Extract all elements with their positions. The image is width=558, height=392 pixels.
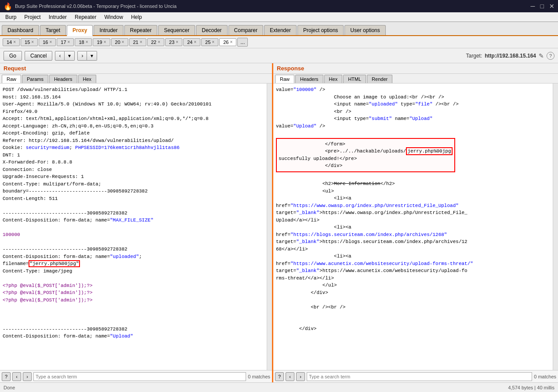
window-controls[interactable]: ─ □ ✕ — [531, 3, 554, 10]
nav-prev-drop-button[interactable]: ▾ — [65, 51, 75, 61]
subtab-15[interactable]: 15 × — [21, 38, 38, 46]
close-icon-18[interactable]: × — [86, 40, 88, 44]
subtab-24[interactable]: 24 × — [183, 38, 200, 46]
go-button[interactable]: Go — [4, 51, 22, 61]
nav-next-group: › ▾ — [77, 51, 97, 61]
subtab-21[interactable]: 21 × — [129, 38, 146, 46]
request-content-area: POST /dvwa/vulnerabilities/upload/ HTTP/… — [0, 83, 272, 370]
menu-project[interactable]: Project — [21, 13, 44, 21]
menu-burp[interactable]: Burp — [2, 13, 20, 21]
res-tab-raw[interactable]: Raw — [275, 75, 294, 83]
req-tab-headers[interactable]: Headers — [49, 75, 77, 83]
target-info: Target: http://192.168.15.164 ✎ ? — [466, 52, 554, 60]
close-icon-16[interactable]: × — [49, 40, 52, 44]
app-title: 🔥 Burp Suite Professional v2.0.06beta - … — [4, 2, 177, 11]
menu-intruder[interactable]: Intruder — [45, 13, 70, 21]
tab-repeater[interactable]: Repeater — [124, 25, 157, 35]
res-content: value="100000" /> Choose an image to upl… — [276, 87, 473, 331]
request-search-bar: ? ‹ › 0 matches — [0, 370, 272, 382]
response-search-input[interactable] — [307, 372, 532, 381]
cancel-button[interactable]: Cancel — [25, 51, 52, 61]
response-search-bar: ? ‹ › 0 matches — [273, 370, 558, 382]
nav-next-button[interactable]: › — [77, 51, 87, 61]
subtab-more[interactable]: ... — [237, 38, 248, 47]
response-next-btn[interactable]: › — [296, 372, 305, 381]
status-done: Done — [4, 385, 15, 390]
req-tab-raw[interactable]: Raw — [2, 75, 21, 83]
tab-user-options[interactable]: User options — [344, 25, 385, 35]
main-tab-bar: Dashboard Target Proxy Intruder Repeater… — [0, 22, 558, 36]
request-body[interactable]: POST /dvwa/vulnerabilities/upload/ HTTP/… — [0, 83, 267, 370]
menu-repeater[interactable]: Repeater — [71, 13, 100, 21]
left-panel: Request Raw Params Headers Hex POST /dvw… — [0, 63, 273, 382]
tab-decoder[interactable]: Decoder — [196, 25, 227, 35]
subtab-23[interactable]: 23 × — [165, 38, 182, 46]
response-scrollbar[interactable] — [553, 83, 558, 370]
req-tab-params[interactable]: Params — [22, 75, 48, 83]
subtab-bar: 14 × 15 × 16 × 17 × 18 × 19 × 20 × 21 × … — [0, 36, 558, 48]
response-prev-btn[interactable]: ‹ — [286, 372, 294, 381]
nav-next-drop-button[interactable]: ▾ — [87, 51, 97, 61]
subtab-20[interactable]: 20 × — [111, 38, 128, 46]
menu-help[interactable]: Help — [127, 13, 145, 21]
help-icon[interactable]: ? — [547, 52, 554, 60]
request-scrollbar[interactable] — [267, 83, 272, 370]
request-matches: 0 matches — [248, 374, 270, 379]
tab-proxy[interactable]: Proxy — [67, 25, 93, 36]
title-text: Burp Suite Professional v2.0.06beta - Te… — [15, 4, 177, 9]
tab-sequencer[interactable]: Sequencer — [158, 25, 195, 35]
response-body[interactable]: value="100000" /> Choose an image to upl… — [273, 83, 553, 370]
subtab-14[interactable]: 14 × — [3, 38, 20, 46]
res-tab-hex[interactable]: Hex — [324, 75, 343, 83]
close-icon-21[interactable]: × — [140, 40, 142, 44]
subtab-25[interactable]: 25 × — [201, 38, 218, 46]
minimize-btn[interactable]: ─ — [531, 3, 535, 10]
close-icon-25[interactable]: × — [212, 40, 214, 44]
subtab-22[interactable]: 22 × — [147, 38, 164, 46]
close-icon-15[interactable]: × — [31, 40, 34, 44]
res-tab-render[interactable]: Render — [367, 75, 392, 83]
tab-project-options[interactable]: Project options — [297, 25, 344, 35]
request-next-btn[interactable]: › — [23, 372, 32, 381]
tab-extender[interactable]: Extender — [264, 25, 297, 35]
close-icon-17[interactable]: × — [68, 40, 70, 44]
tab-intruder[interactable]: Intruder — [94, 25, 123, 35]
request-help-btn[interactable]: ? — [2, 372, 11, 381]
menubar: Burp Project Intruder Repeater Window He… — [0, 12, 558, 22]
res-tab-html[interactable]: HTML — [343, 75, 366, 83]
subtab-26[interactable]: 26 × — [219, 38, 236, 46]
status-bar: Done 4,574 bytes | 40 millis — [0, 382, 558, 392]
response-content-area: value="100000" /> Choose an image to upl… — [273, 83, 558, 370]
close-icon-23[interactable]: × — [176, 40, 178, 44]
subtab-16[interactable]: 16 × — [39, 38, 56, 46]
request-header: Request — [0, 63, 272, 74]
maximize-btn[interactable]: □ — [540, 3, 544, 10]
close-icon-14[interactable]: × — [13, 40, 16, 44]
nav-prev-group: ‹ ▾ — [55, 51, 75, 61]
edit-icon[interactable]: ✎ — [539, 52, 544, 59]
close-btn[interactable]: ✕ — [549, 3, 554, 10]
close-icon-20[interactable]: × — [122, 40, 124, 44]
req-tab-hex[interactable]: Hex — [78, 75, 97, 83]
subtab-18[interactable]: 18 × — [75, 38, 92, 46]
request-search-input[interactable] — [33, 372, 246, 381]
response-header: Response — [273, 63, 558, 74]
subtab-17[interactable]: 17 × — [57, 38, 74, 46]
target-label: Target: — [466, 53, 482, 59]
res-tab-headers[interactable]: Headers — [295, 75, 323, 83]
nav-prev-button[interactable]: ‹ — [55, 51, 65, 61]
close-icon-26[interactable]: × — [230, 40, 232, 44]
tab-comparer[interactable]: Comparer — [228, 25, 263, 35]
target-url: http://192.168.15.164 — [485, 53, 536, 59]
close-icon-22[interactable]: × — [158, 40, 160, 44]
close-icon-19[interactable]: × — [104, 40, 106, 44]
req-method: POST /dvwa/vulnerabilities/upload/ HTTP/… — [3, 87, 211, 339]
tab-target[interactable]: Target — [40, 25, 66, 35]
subtab-19[interactable]: 19 × — [93, 38, 110, 46]
response-help-btn[interactable]: ? — [275, 372, 284, 381]
close-icon-24[interactable]: × — [194, 40, 196, 44]
tab-dashboard[interactable]: Dashboard — [2, 25, 39, 35]
menu-window[interactable]: Window — [101, 13, 127, 21]
toolbar: Go Cancel ‹ ▾ › ▾ Target: http://192.168… — [0, 48, 558, 63]
request-prev-btn[interactable]: ‹ — [12, 372, 21, 381]
